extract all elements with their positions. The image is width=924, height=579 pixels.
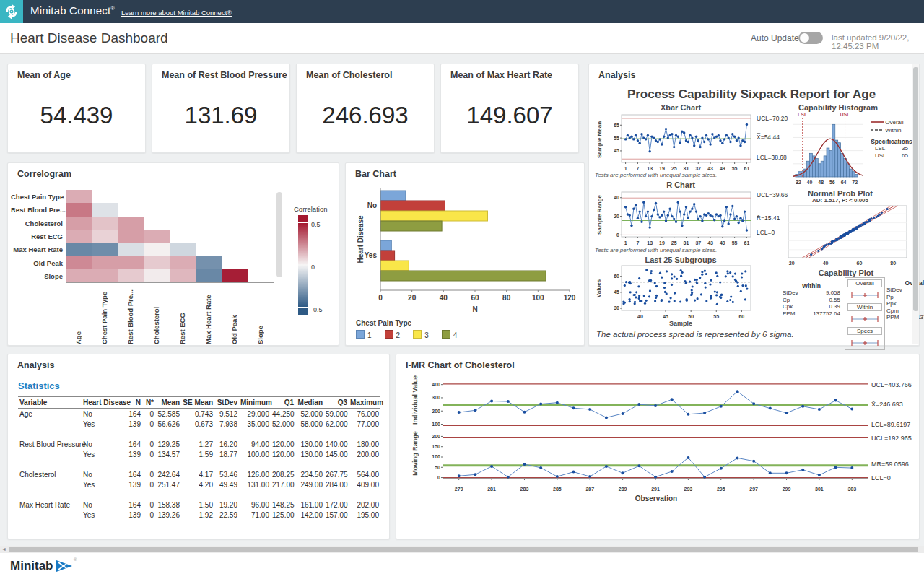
last25-ylabel: Values: [596, 264, 602, 314]
svg-text:100: 100: [432, 422, 440, 427]
table-row: Yes1390134.571.5918.77100.00120.00130.00…: [18, 449, 380, 459]
correlogram-cell[interactable]: [66, 243, 92, 256]
svg-text:43: 43: [707, 166, 713, 171]
xbar-ylabel: Sample Mean: [596, 111, 603, 169]
scroll-left-arrow-icon[interactable]: ◄: [0, 546, 8, 553]
correlogram-cell[interactable]: [92, 230, 118, 243]
svg-text:31: 31: [684, 166, 689, 171]
minitab-connect-logo: [0, 0, 23, 23]
correlogram-cell[interactable]: [170, 256, 196, 269]
horizontal-scrollbar[interactable]: ◄: [0, 546, 924, 553]
horizontal-scrollbar-thumb[interactable]: [9, 547, 918, 552]
svg-text:40: 40: [637, 314, 643, 319]
correlogram-cell[interactable]: [66, 256, 92, 269]
imr-chart-card: I-MR Chart of Cholesterol Individual Val…: [396, 354, 920, 539]
correlogram-cell[interactable]: [222, 269, 248, 282]
svg-text:287: 287: [585, 487, 594, 492]
xbar-lcl-label: LCL=38.68: [757, 154, 787, 161]
r-ylabel: Sample Range: [596, 186, 603, 244]
svg-text:200: 200: [432, 409, 440, 414]
table-row: Yes139056.6260.6737.93835.00052.00058.00…: [18, 419, 380, 429]
correlogram-cell[interactable]: [118, 256, 144, 269]
correlogram-cell[interactable]: [118, 217, 144, 230]
correlogram-cell[interactable]: [196, 256, 222, 269]
kpi-value: 131.69: [152, 102, 289, 129]
correlogram-cell[interactable]: [118, 230, 144, 243]
correlogram-row-label: Chest Pain Type: [11, 193, 63, 201]
svg-text:1: 1: [624, 166, 627, 171]
correlogram-cell[interactable]: [66, 230, 92, 243]
svg-text:55: 55: [732, 166, 738, 171]
svg-text:20: 20: [614, 214, 619, 219]
svg-text:1: 1: [624, 240, 627, 245]
auto-update-toggle[interactable]: [798, 32, 823, 44]
svg-text:61: 61: [744, 166, 750, 171]
svg-text:60: 60: [614, 274, 619, 279]
svg-text:37: 37: [695, 240, 701, 245]
r-lcl-label: LCL=0: [757, 229, 775, 236]
xbar-ucl-label: UCL=70.20: [757, 115, 788, 122]
correlogram-cell[interactable]: [66, 190, 92, 203]
correlogram-cell[interactable]: [144, 256, 170, 269]
svg-text:50: 50: [435, 465, 440, 470]
correlogram-col-label: Max Heart Rate: [204, 287, 212, 344]
iv-ucl-label: UCL=403.766: [871, 381, 912, 388]
svg-text:31: 31: [684, 240, 689, 245]
svg-text:64: 64: [841, 180, 847, 185]
correlogram-cell[interactable]: [66, 269, 92, 282]
svg-text:293: 293: [684, 487, 693, 492]
svg-text:61: 61: [744, 240, 750, 245]
normal-prob-plot-subtitle: AD: 1.517, P: < 0.005: [777, 197, 904, 204]
svg-text:30: 30: [614, 305, 619, 310]
correlogram-cell[interactable]: [118, 269, 144, 282]
mr-ucl-label: UCL=192.965: [871, 435, 912, 442]
analysis-card-scrollbar-thumb[interactable]: [913, 67, 918, 311]
last25-title: Last 25 Subgroups: [609, 256, 753, 264]
normal-prob-plot: 20406080: [787, 204, 908, 269]
correlogram-cell[interactable]: [144, 269, 170, 282]
svg-text:80: 80: [890, 261, 896, 266]
correlogram-cell[interactable]: [170, 269, 196, 282]
correlogram-col-label: Rest Blood Pre...: [126, 287, 134, 344]
kpi-label: Mean of Max Heart Rate: [450, 70, 552, 80]
correlogram-cell[interactable]: [144, 230, 170, 243]
correlogram-axis-line: [66, 282, 274, 283]
correlogram-cell[interactable]: [92, 203, 118, 216]
correlogram-cell[interactable]: [92, 269, 118, 282]
correlogram-row-label: Rest ECG: [11, 232, 63, 240]
svg-text:25: 25: [671, 166, 677, 171]
correlogram-cell[interactable]: [144, 243, 170, 256]
correlogram-cell[interactable]: [92, 217, 118, 230]
correlogram-cell[interactable]: [170, 243, 196, 256]
correlogram-col-label: Old Peak: [230, 287, 238, 344]
table-row: AgeNo164052.5850.7439.51229.00044.25052.…: [18, 409, 380, 419]
correlogram-cell[interactable]: [118, 243, 144, 256]
kpi-card-mean-age: Mean of Age 54.439: [7, 64, 146, 153]
analysis-card-scrollbar-track[interactable]: [912, 64, 919, 344]
statistics-section-title: Statistics: [18, 380, 60, 391]
svg-text:297: 297: [749, 487, 758, 492]
legend-item: 3: [413, 331, 429, 339]
svg-text:0: 0: [437, 475, 440, 480]
svg-text:295: 295: [717, 487, 725, 492]
correlogram-cell[interactable]: [66, 217, 92, 230]
svg-text:40: 40: [440, 294, 448, 302]
correlogram-legend-bar: [298, 215, 308, 315]
learn-more-link[interactable]: Learn more about Minitab Connect®: [121, 9, 232, 17]
correlogram-cell[interactable]: [92, 256, 118, 269]
xbar-note: Tests are performed with unequal sample …: [595, 172, 717, 178]
svg-text:49: 49: [720, 240, 725, 245]
correlogram-scrollbar[interactable]: [276, 192, 282, 277]
bar-legend-title: Chest Pain Type: [356, 319, 411, 327]
sync-gear-icon: [2, 2, 21, 21]
card-title: Analysis: [17, 360, 54, 370]
last25-xlabel: Sample: [609, 320, 753, 327]
correlogram-cell[interactable]: [92, 243, 118, 256]
correlogram-col-label: Rest ECG: [178, 287, 186, 344]
correlogram-cell[interactable]: [196, 269, 222, 282]
svg-text:43: 43: [707, 240, 713, 245]
table-row: Max Heart RateNo1640158.381.5019.2096.00…: [18, 500, 380, 510]
svg-text:49: 49: [720, 166, 725, 171]
iv-lcl-label: LCL=89.6197: [871, 421, 910, 428]
correlogram-cell[interactable]: [66, 203, 92, 216]
